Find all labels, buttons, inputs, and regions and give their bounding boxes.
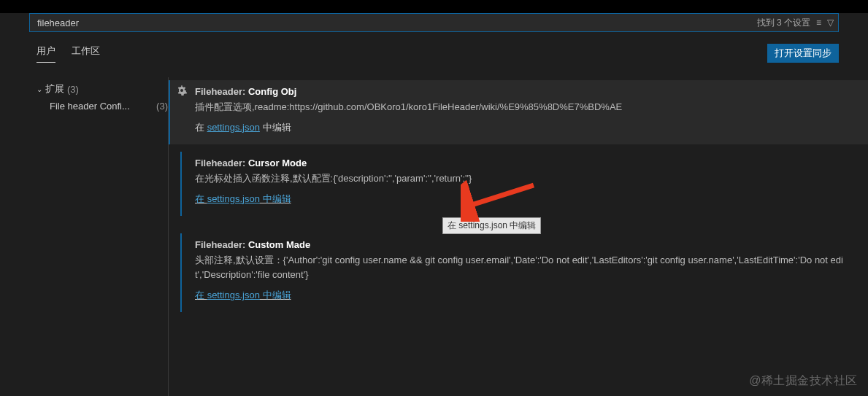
setting-description: 头部注释,默认设置：{'Author':'git config user.nam… — [195, 253, 853, 284]
sync-settings-button[interactable]: 打开设置同步 — [767, 44, 839, 63]
tab-user[interactable]: 用户 — [37, 44, 55, 63]
setting-item: Fileheader: Config Obj插件配置选项,readme:http… — [169, 80, 868, 144]
setting-title: Fileheader: Config Obj — [195, 86, 853, 97]
gear-icon[interactable] — [176, 85, 188, 98]
setting-description: 插件配置选项,readme:https://github.com/OBKoro1… — [195, 100, 853, 115]
settings-main: Fileheader: Config Obj插件配置选项,readme:http… — [168, 77, 868, 396]
tooltip: 在 settings.json 中编辑 — [442, 217, 541, 234]
sidebar-group-extensions[interactable]: ⌄ 扩展 (3) — [37, 80, 168, 98]
sidebar-item-fileheader[interactable]: File header Confi... (3) — [37, 98, 168, 114]
setting-title: Fileheader: Cursor Mode — [195, 158, 853, 168]
settings-sidebar: ⌄ 扩展 (3) File header Confi... (3) — [0, 77, 168, 396]
search-input[interactable] — [30, 18, 757, 28]
setting-title: Fileheader: Custom Made — [195, 239, 853, 250]
filter-icon[interactable]: ≡ — [816, 18, 821, 28]
sidebar-item-count: (3) — [156, 101, 168, 112]
tab-workspace[interactable]: 工作区 — [72, 44, 100, 63]
sidebar-group-count: (3) — [67, 84, 79, 95]
sidebar-item-label: File header Confi... — [50, 101, 130, 112]
setting-item: Fileheader: Custom Made头部注释,默认设置：{'Autho… — [180, 233, 868, 313]
search-bar: 找到 3 个设置 ≡ ▽ — [29, 13, 839, 32]
results-count: 找到 3 个设置 — [757, 17, 810, 29]
setting-item: Fileheader: Cursor Mode在光标处插入函数注释,默认配置:{… — [180, 152, 868, 216]
edit-in-settings-link[interactable]: 在 settings.json 中编辑 — [195, 193, 853, 206]
clear-icon[interactable]: ▽ — [827, 18, 834, 28]
chevron-down-icon: ⌄ — [37, 85, 42, 93]
edit-in-settings-link[interactable]: 在 settings.json 中编辑 — [195, 289, 853, 302]
sidebar-group-label: 扩展 — [45, 82, 64, 96]
edit-in-settings-link[interactable]: 在 settings.json 中编辑 — [195, 121, 853, 134]
watermark: @稀土掘金技术社区 — [749, 373, 858, 389]
setting-description: 在光标处插入函数注释,默认配置:{'description':'','param… — [195, 171, 853, 187]
